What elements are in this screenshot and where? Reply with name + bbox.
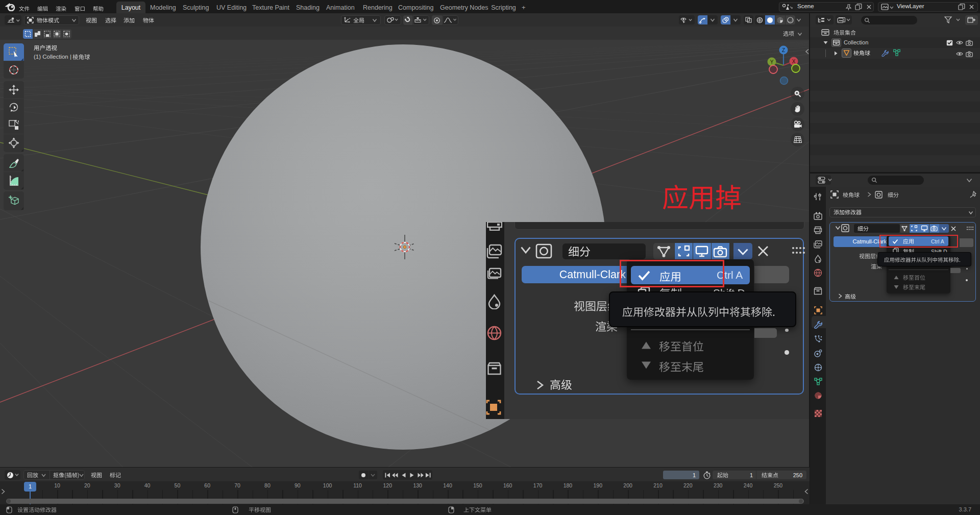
svg-text:X: X bbox=[792, 59, 796, 64]
svg-text:Z: Z bbox=[782, 47, 785, 53]
svg-text:Y: Y bbox=[770, 59, 774, 65]
